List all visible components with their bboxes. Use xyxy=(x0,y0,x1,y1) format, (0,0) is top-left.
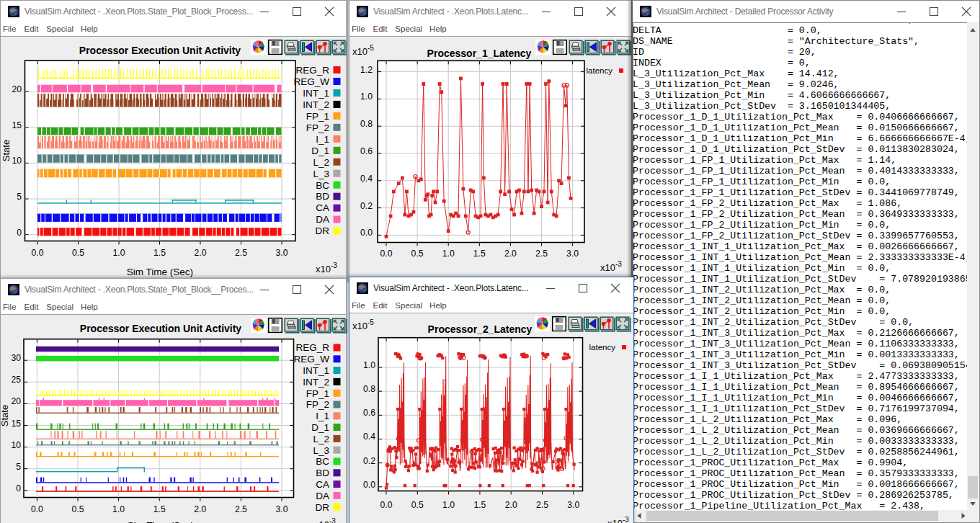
svg-text:0.0: 0.0 xyxy=(380,500,393,510)
svg-text:0.8: 0.8 xyxy=(363,384,375,394)
svg-text:CA: CA xyxy=(316,479,329,490)
svg-text:REG_W: REG_W xyxy=(293,76,329,87)
svg-text:0: 0 xyxy=(16,483,21,493)
svg-text:2.5: 2.5 xyxy=(235,504,247,514)
svg-text:0.0: 0.0 xyxy=(363,480,375,490)
svg-text:INT_2: INT_2 xyxy=(303,99,329,110)
svg-text:Processor_1_Latency: Processor_1_Latency xyxy=(427,48,532,59)
svg-text:State: State xyxy=(1,405,10,426)
svg-text:0.5: 0.5 xyxy=(72,248,84,258)
svg-text:5: 5 xyxy=(17,192,22,202)
svg-text:5: 5 xyxy=(16,462,21,472)
svg-text:3.0: 3.0 xyxy=(567,500,579,510)
svg-text:0.6: 0.6 xyxy=(363,408,375,418)
svg-text:3.0: 3.0 xyxy=(566,249,579,259)
svg-text:State: State xyxy=(1,140,12,161)
svg-text:REG_R: REG_R xyxy=(295,342,329,353)
svg-text:2.0: 2.0 xyxy=(505,500,517,510)
svg-text:0.4: 0.4 xyxy=(360,174,373,184)
svg-text:1.5: 1.5 xyxy=(473,249,486,259)
svg-text:20: 20 xyxy=(12,84,22,94)
svg-text:INT_2: INT_2 xyxy=(303,377,329,388)
svg-text:DR: DR xyxy=(316,502,330,513)
svg-text:DA: DA xyxy=(316,214,329,225)
svg-text:-3: -3 xyxy=(331,262,337,269)
svg-text:INT_1: INT_1 xyxy=(303,365,329,376)
svg-text:INT_1: INT_1 xyxy=(303,88,329,99)
svg-text:x10: x10 xyxy=(316,264,331,274)
svg-text:REG_W: REG_W xyxy=(293,354,329,365)
svg-text:0.0: 0.0 xyxy=(380,249,393,259)
svg-text:3.0: 3.0 xyxy=(276,248,288,258)
svg-text:Processor Execution Unit Activ: Processor Execution Unit Activity xyxy=(79,45,241,56)
svg-text:CA: CA xyxy=(316,202,329,213)
svg-text:x10: x10 xyxy=(352,46,368,57)
svg-text:BD: BD xyxy=(316,191,329,202)
svg-text:1.0: 1.0 xyxy=(112,504,125,514)
svg-text:1.5: 1.5 xyxy=(153,504,166,514)
svg-text:-5: -5 xyxy=(368,318,374,326)
svg-text:L_3: L_3 xyxy=(313,445,329,456)
svg-text:Processor_2_Latency: Processor_2_Latency xyxy=(428,323,533,335)
svg-text:x10: x10 xyxy=(600,262,615,273)
svg-text:1.5: 1.5 xyxy=(473,500,486,510)
svg-text:L_2: L_2 xyxy=(313,434,329,444)
svg-text:2.0: 2.0 xyxy=(504,249,517,259)
svg-text:0: 0 xyxy=(17,228,22,238)
svg-text:BD: BD xyxy=(316,468,329,478)
svg-text:FP_1: FP_1 xyxy=(306,388,329,399)
svg-text:30: 30 xyxy=(11,353,21,363)
svg-text:I_1: I_1 xyxy=(316,411,329,421)
svg-text:-3: -3 xyxy=(623,516,629,523)
svg-text:FP_1: FP_1 xyxy=(306,111,329,122)
svg-text:Processor Execution Unit Activ: Processor Execution Unit Activity xyxy=(80,323,242,334)
svg-text:L_3: L_3 xyxy=(313,169,329,179)
svg-text:-3: -3 xyxy=(615,260,622,268)
svg-text:1.0: 1.0 xyxy=(363,360,375,370)
svg-text:2.5: 2.5 xyxy=(536,500,548,510)
svg-text:FP_2: FP_2 xyxy=(306,399,329,410)
svg-text:2.5: 2.5 xyxy=(535,249,548,259)
svg-text:0.0: 0.0 xyxy=(32,248,44,258)
svg-text:0.5: 0.5 xyxy=(72,504,84,514)
svg-text:I_1: I_1 xyxy=(316,134,329,145)
svg-text:1.0: 1.0 xyxy=(442,500,455,510)
svg-text:0.4: 0.4 xyxy=(363,432,375,442)
svg-text:0.0: 0.0 xyxy=(31,504,43,514)
svg-text:D_1: D_1 xyxy=(311,422,329,433)
svg-text:Sim Time (Sec): Sim Time (Sec) xyxy=(127,267,193,277)
svg-text:20: 20 xyxy=(11,396,21,406)
svg-text:2.5: 2.5 xyxy=(235,248,247,258)
svg-text:FP_2: FP_2 xyxy=(306,122,329,133)
svg-text:REG_R: REG_R xyxy=(295,65,329,76)
svg-text:0.6: 0.6 xyxy=(360,146,373,156)
svg-text:0.8: 0.8 xyxy=(360,119,373,129)
svg-text:1.0: 1.0 xyxy=(113,248,125,258)
svg-text:25: 25 xyxy=(11,375,21,385)
svg-text:10: 10 xyxy=(12,156,22,166)
svg-text:DA: DA xyxy=(316,491,329,501)
svg-text:latency: latency xyxy=(587,66,613,75)
svg-text:2.0: 2.0 xyxy=(194,504,206,514)
svg-text:0.2: 0.2 xyxy=(363,456,375,466)
svg-text:2.0: 2.0 xyxy=(195,248,207,258)
svg-text:15: 15 xyxy=(12,120,22,130)
svg-text:1.5: 1.5 xyxy=(153,248,166,258)
svg-text:-3: -3 xyxy=(329,517,336,523)
svg-text:0.2: 0.2 xyxy=(360,201,373,211)
svg-text:15: 15 xyxy=(11,419,21,429)
svg-text:L_2: L_2 xyxy=(313,157,329,168)
svg-text:0.0: 0.0 xyxy=(360,228,373,238)
svg-text:DR: DR xyxy=(316,225,330,236)
svg-text:0.5: 0.5 xyxy=(411,249,424,259)
svg-text:x10: x10 xyxy=(314,519,329,523)
svg-text:0.5: 0.5 xyxy=(411,500,424,510)
svg-text:1.2: 1.2 xyxy=(360,65,373,75)
svg-text:BC: BC xyxy=(316,456,329,467)
svg-text:BC: BC xyxy=(316,180,329,191)
svg-text:-5: -5 xyxy=(368,44,374,52)
svg-text:latency: latency xyxy=(589,343,616,352)
svg-text:1.0: 1.0 xyxy=(360,91,373,102)
svg-text:x10: x10 xyxy=(352,321,368,331)
svg-text:10: 10 xyxy=(11,440,21,450)
